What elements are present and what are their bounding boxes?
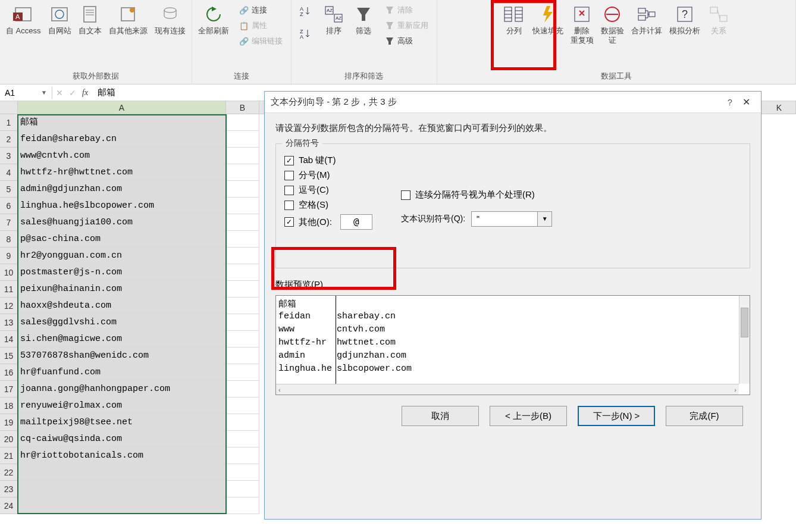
- row-header[interactable]: 13: [0, 314, 18, 331]
- cell[interactable]: [226, 281, 259, 298]
- column-header-k[interactable]: K: [763, 101, 796, 114]
- row-header[interactable]: 16: [0, 364, 18, 381]
- cell[interactable]: [18, 497, 226, 514]
- dialog-titlebar[interactable]: 文本分列向导 - 第 2 步，共 3 步 ? ✕: [265, 92, 761, 113]
- row-header[interactable]: 10: [0, 264, 18, 281]
- data-validation-button[interactable]: 数据验 证: [597, 1, 628, 61]
- filter-button[interactable]: 筛选: [349, 1, 378, 61]
- other-delimiter-input[interactable]: @: [340, 214, 372, 230]
- relationships-button[interactable]: 关系: [704, 1, 734, 61]
- cell[interactable]: [226, 331, 259, 348]
- scroll-right-icon[interactable]: ›: [734, 386, 737, 393]
- preview-vertical-scrollbar[interactable]: [739, 296, 750, 384]
- help-icon[interactable]: ?: [723, 98, 737, 107]
- row-header[interactable]: 9: [0, 248, 18, 264]
- cell[interactable]: hr2@yongguan.com.cn: [18, 248, 226, 264]
- clear-filter-button[interactable]: 清除: [382, 2, 431, 18]
- cell[interactable]: [226, 381, 259, 398]
- cell[interactable]: [226, 414, 259, 431]
- enter-icon[interactable]: ✓: [69, 88, 76, 98]
- cell[interactable]: linghua.he@slbcopower.com: [18, 198, 226, 214]
- next-button[interactable]: 下一步(N) >: [578, 406, 655, 426]
- cell[interactable]: www@cntvh.com: [18, 148, 226, 164]
- row-header[interactable]: 2: [0, 131, 18, 148]
- row-header[interactable]: 20: [0, 431, 18, 447]
- fx-icon[interactable]: fx: [82, 88, 88, 98]
- checkbox-semicolon[interactable]: [284, 171, 294, 180]
- chevron-down-icon[interactable]: ▼: [537, 212, 551, 226]
- cell[interactable]: [226, 398, 259, 414]
- cell[interactable]: [226, 447, 259, 464]
- sort-button[interactable]: AZAZ 排序: [319, 1, 349, 61]
- cell[interactable]: p@sac-china.com: [18, 231, 226, 248]
- column-header-b[interactable]: B: [226, 101, 259, 114]
- from-text-button[interactable]: 自文本: [75, 1, 105, 61]
- row-header[interactable]: 19: [0, 414, 18, 431]
- scrollbar-thumb[interactable]: [741, 308, 748, 337]
- consecutive-as-one-row[interactable]: 连续分隔符号视为单个处理(R): [401, 189, 552, 201]
- row-header[interactable]: 12: [0, 298, 18, 314]
- cell[interactable]: si.chen@magicwe.com: [18, 331, 226, 348]
- cell[interactable]: [18, 464, 226, 481]
- flash-fill-button[interactable]: 快速填充: [529, 1, 567, 61]
- row-header[interactable]: 6: [0, 198, 18, 214]
- from-other-sources-button[interactable]: 自其他来源: [105, 1, 151, 61]
- row-header[interactable]: 17: [0, 381, 18, 398]
- delimiter-semicolon-row[interactable]: 分号(M): [284, 170, 741, 181]
- cell[interactable]: feidan@sharebay.cn: [18, 131, 226, 148]
- from-access-button[interactable]: A 自 Access: [2, 1, 45, 61]
- cell[interactable]: joanna.gong@hanhongpaper.com: [18, 381, 226, 398]
- sort-asc-button[interactable]: AZ: [297, 4, 315, 19]
- cell[interactable]: [226, 114, 259, 131]
- cell[interactable]: sales@ggdlvshi.com: [18, 314, 226, 331]
- row-header[interactable]: 7: [0, 214, 18, 231]
- preview-horizontal-scrollbar[interactable]: ‹›: [276, 384, 739, 395]
- row-header[interactable]: 23: [0, 481, 18, 497]
- cell[interactable]: [226, 481, 259, 497]
- cell[interactable]: [226, 198, 259, 214]
- cell[interactable]: [226, 298, 259, 314]
- row-header[interactable]: 4: [0, 164, 18, 181]
- cancel-icon[interactable]: ✕: [56, 88, 63, 98]
- cell[interactable]: [226, 248, 259, 264]
- connections-button[interactable]: 🔗连接: [236, 2, 285, 18]
- existing-connections-button[interactable]: 现有连接: [151, 1, 189, 61]
- text-to-columns-button[interactable]: 分列: [499, 1, 529, 61]
- row-header[interactable]: 22: [0, 464, 18, 481]
- cell[interactable]: 537076878shan@wenidc.com: [18, 348, 226, 364]
- cell[interactable]: [226, 164, 259, 181]
- checkbox-other[interactable]: [284, 217, 294, 227]
- row-header[interactable]: 24: [0, 497, 18, 514]
- cell[interactable]: admin@gdjunzhan.com: [18, 181, 226, 198]
- checkbox-consecutive[interactable]: [401, 190, 410, 200]
- cell[interactable]: [226, 497, 259, 514]
- cell[interactable]: [226, 231, 259, 248]
- row-header[interactable]: 18: [0, 398, 18, 414]
- row-header[interactable]: 14: [0, 331, 18, 348]
- refresh-all-button[interactable]: 全部刷新: [195, 1, 233, 61]
- cell[interactable]: renyuwei@rolmax.com: [18, 398, 226, 414]
- checkbox-space[interactable]: [284, 201, 294, 210]
- cell[interactable]: hr@fuanfund.com: [18, 364, 226, 381]
- checkbox-comma[interactable]: [284, 186, 294, 195]
- cell[interactable]: [226, 464, 259, 481]
- cell[interactable]: [226, 314, 259, 331]
- row-header[interactable]: 8: [0, 231, 18, 248]
- row-header[interactable]: 15: [0, 348, 18, 364]
- row-header[interactable]: 1: [0, 114, 18, 131]
- row-header[interactable]: 11: [0, 281, 18, 298]
- cell[interactable]: 邮箱: [18, 114, 226, 131]
- cell[interactable]: cq-caiwu@qsinda.com: [18, 431, 226, 447]
- name-box[interactable]: A1▼: [0, 87, 52, 99]
- cell[interactable]: hr@riottobotanicals.com: [18, 447, 226, 464]
- finish-button[interactable]: 完成(F): [666, 406, 743, 426]
- cell[interactable]: [18, 481, 226, 497]
- cell[interactable]: hwttfz-hr@hwttnet.com: [18, 164, 226, 181]
- from-web-button[interactable]: 自网站: [45, 1, 75, 61]
- text-qualifier-select[interactable]: " ▼: [471, 211, 552, 227]
- edit-links-button[interactable]: 🔗编辑链接: [236, 33, 285, 49]
- scroll-left-icon[interactable]: ‹: [278, 386, 281, 393]
- cell[interactable]: [226, 181, 259, 198]
- sort-desc-button[interactable]: ZA: [297, 26, 315, 42]
- cell[interactable]: postmaster@js-n.com: [18, 264, 226, 281]
